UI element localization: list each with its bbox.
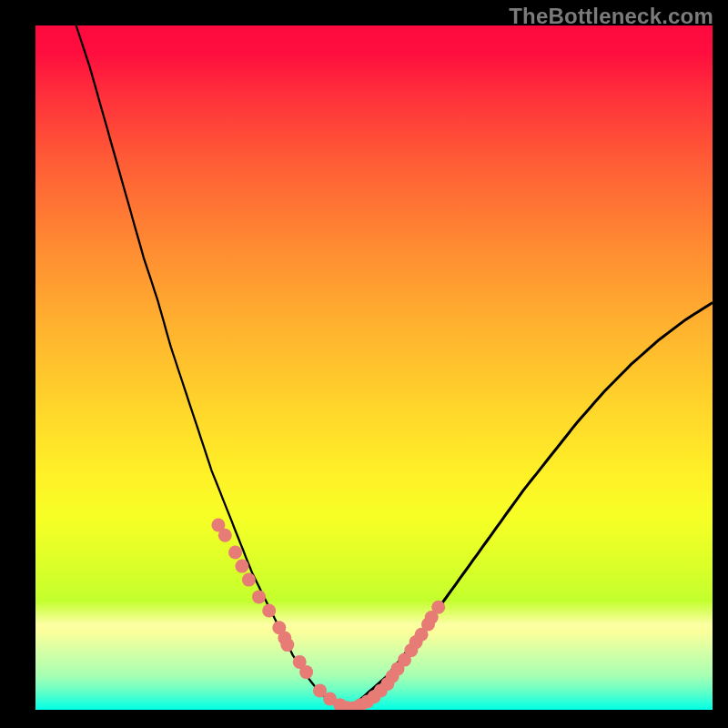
chart-svg	[35, 25, 713, 710]
bottleneck-curve-right	[347, 303, 713, 709]
highlight-dot	[218, 529, 232, 542]
highlight-dot	[252, 590, 266, 603]
highlight-dot	[235, 560, 248, 573]
highlight-dot	[280, 638, 294, 652]
highlight-dot	[242, 573, 256, 587]
highlight-dot	[262, 604, 276, 618]
chart-curve-group	[76, 25, 713, 709]
bottleneck-curve	[76, 25, 348, 709]
chart-plot-area	[35, 25, 713, 710]
highlight-dots-group	[211, 519, 445, 711]
highlight-dot	[431, 601, 445, 614]
highlight-dot	[299, 665, 313, 679]
highlight-dot	[228, 546, 242, 560]
chart-frame: TheBottleneck.com	[0, 0, 728, 728]
watermark-text: TheBottleneck.com	[509, 4, 713, 29]
